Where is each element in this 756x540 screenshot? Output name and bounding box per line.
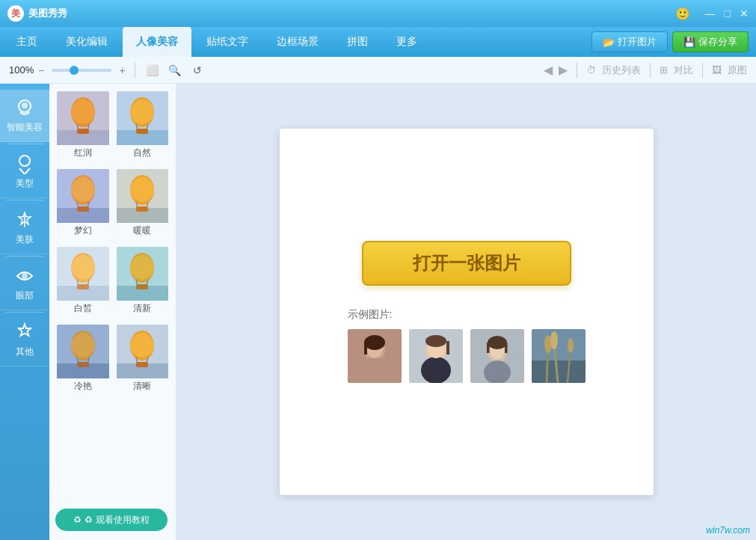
eye-icon (14, 266, 35, 286)
sidebar-item-smart-beauty[interactable]: 智能美容 (0, 90, 49, 142)
svg-rect-24 (56, 169, 110, 223)
filter-thumb-ziran (115, 91, 169, 145)
zoom-thumb (70, 66, 79, 75)
filter-thumb-qingxi (115, 325, 169, 378)
sample-label: 示例图片: (348, 308, 393, 322)
nav-forward-button[interactable]: ▶ (559, 63, 568, 77)
svg-rect-58 (136, 362, 148, 367)
sample-image-2[interactable] (409, 329, 463, 383)
smiley-icon[interactable]: 🙂 (675, 7, 690, 21)
smart-beauty-icon (14, 97, 35, 118)
toolbar-separator-3 (650, 63, 651, 78)
filter-ziran[interactable]: 自然 (115, 90, 170, 163)
window-controls: 🙂 — □ ✕ (675, 7, 749, 21)
svg-rect-45 (115, 247, 169, 301)
filter-baixi[interactable]: 白皙 (55, 245, 111, 319)
svg-rect-76 (487, 343, 490, 353)
filter-hongrun[interactable]: 红润 (55, 90, 111, 163)
open-icon: 📂 (603, 37, 615, 48)
sidebar-divider-3 (6, 256, 43, 257)
sample-images (348, 329, 586, 383)
original-icon: 🖼 (712, 64, 722, 76)
svg-point-61 (360, 357, 390, 383)
sidebar: 智能美容 美型 美肤 (0, 84, 49, 540)
save-icon: 💾 (683, 37, 695, 48)
eye-label: 眼部 (16, 289, 34, 302)
filter-label-qingxi: 清晰 (117, 378, 169, 395)
app-logo: 美 美图秀秀 (7, 5, 675, 22)
menu-edit[interactable]: 美化编辑 (52, 27, 121, 57)
open-image-button[interactable]: 📂 打开图片 (591, 31, 668, 52)
filter-label-hongrun: 红润 (57, 145, 109, 162)
sidebar-divider-4 (6, 312, 43, 313)
zoom-slider[interactable] (52, 69, 111, 72)
svg-point-84 (550, 331, 558, 349)
shape-icon (14, 153, 35, 174)
zoom-control: 100% − + (9, 64, 126, 76)
toolbar-nav: ◀ ▶ ⏱ 历史列表 ⊞ 对比 🖼 原图 (544, 63, 747, 78)
filter-label-baixi: 白皙 (57, 301, 109, 317)
menu-home[interactable]: 主页 (3, 27, 51, 57)
filter-lengyan[interactable]: 冷艳 (55, 323, 111, 396)
close-button[interactable]: ✕ (740, 7, 749, 19)
toolbar-separator-1 (135, 63, 135, 78)
sidebar-item-other[interactable]: 其他 (0, 314, 49, 366)
svg-point-1 (22, 102, 28, 108)
crop-icon[interactable]: ⬜ (144, 62, 161, 79)
menu-collage[interactable]: 拼图 (334, 27, 381, 57)
svg-rect-17 (136, 129, 148, 134)
filter-label-nuannuan: 暖暖 (117, 223, 169, 239)
nav-back-button[interactable]: ◀ (544, 63, 553, 77)
zoom-plus-icon[interactable]: + (119, 64, 125, 76)
svg-rect-77 (505, 343, 508, 353)
zoom-minus-icon[interactable]: − (38, 64, 44, 76)
menu-beauty[interactable]: 人像美容 (123, 27, 191, 57)
minimize-button[interactable]: — (705, 7, 716, 19)
tutorial-button[interactable]: ♻ ♻ 观看使用教程 (55, 509, 168, 531)
svg-rect-64 (364, 343, 367, 355)
sidebar-divider-1 (6, 144, 43, 144)
skin-icon (14, 209, 35, 230)
menu-frame[interactable]: 边框场景 (263, 27, 332, 57)
compare-icon: ⊞ (660, 64, 668, 76)
filter-menghuan[interactable]: 梦幻 (55, 168, 111, 241)
logo-icon: 美 (7, 5, 24, 22)
refresh-icon[interactable]: ↺ (189, 62, 206, 79)
menubar-actions: 📂 打开图片 💾 保存分享 (591, 27, 753, 57)
filter-grid: 红润 自然 (55, 90, 170, 396)
svg-point-85 (568, 338, 574, 353)
sidebar-item-skin[interactable]: 美肤 (0, 202, 49, 254)
filter-nuannuan[interactable]: 暖暖 (115, 168, 170, 241)
svg-point-4 (22, 273, 28, 279)
menu-sticker[interactable]: 贴纸文字 (193, 27, 262, 57)
sidebar-item-eye[interactable]: 眼部 (0, 258, 49, 310)
svg-rect-38 (56, 247, 110, 301)
sample-image-3[interactable] (470, 329, 524, 383)
filter-label-menghuan: 梦幻 (57, 223, 109, 239)
filter-label-qingxin: 清新 (117, 301, 169, 317)
open-image-main-button[interactable]: 打开一张图片 (362, 241, 571, 286)
filter-qingxi[interactable]: 清晰 (115, 323, 170, 396)
canvas-area: 打开一张图片 示例图片: (176, 84, 756, 540)
zoom-in-icon[interactable]: 🔍 (167, 62, 183, 79)
sample-image-1[interactable] (348, 329, 402, 383)
filter-label-ziran: 自然 (117, 145, 169, 162)
toolbar-separator-4 (702, 63, 703, 78)
filter-thumb-baixi (56, 247, 110, 301)
filter-thumb-menghuan (56, 169, 110, 223)
svg-point-67 (421, 357, 451, 383)
filter-qingxin[interactable]: 清新 (115, 245, 170, 319)
save-share-button[interactable]: 💾 保存分享 (672, 31, 749, 52)
sample-section: 示例图片: (348, 308, 586, 383)
original-label[interactable]: 原图 (728, 64, 747, 77)
svg-point-69 (425, 335, 446, 347)
compare-label[interactable]: 对比 (674, 64, 693, 77)
maximize-button[interactable]: □ (725, 7, 731, 19)
history-label[interactable]: 历史列表 (602, 64, 641, 77)
sample-image-4[interactable] (532, 329, 586, 383)
filter-thumb-lengyan (56, 325, 110, 378)
menu-more[interactable]: 更多 (383, 27, 431, 57)
sidebar-item-shape[interactable]: 美型 (0, 146, 49, 198)
filter-thumb-qingxin (115, 247, 169, 301)
app-title: 美图秀秀 (28, 7, 67, 20)
